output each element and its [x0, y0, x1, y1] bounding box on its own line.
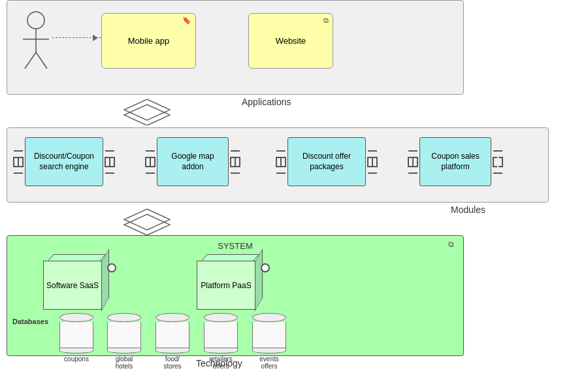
platform-paas-box: Platform PaaS — [197, 261, 255, 310]
db-top-ret — [204, 313, 238, 322]
module1-block: Discount/Couponsearch engine — [12, 137, 116, 186]
mobile-app-box: 🔖 Mobile app — [101, 13, 196, 69]
actor — [20, 10, 52, 69]
website-box: ⧉ Website — [248, 13, 333, 69]
db-label-coupons: coupons — [64, 355, 89, 363]
paas-circle-icon — [261, 263, 270, 272]
db-bottom-ret — [204, 348, 238, 353]
iface-right-1 — [103, 150, 116, 174]
db-label-fs: food/stores — [163, 355, 181, 370]
svg-point-0 — [27, 12, 44, 29]
discount-coupon-label: Discount/Couponsearch engine — [34, 152, 94, 172]
db-top-ev — [252, 313, 286, 322]
db-body-fs — [155, 322, 189, 348]
svg-marker-8 — [124, 214, 170, 235]
actor-svg — [20, 10, 52, 72]
db-bottom-coupons — [59, 348, 93, 353]
website-label: Website — [276, 36, 306, 46]
db-top-gh — [107, 313, 141, 322]
module-tech-connector — [121, 208, 173, 237]
system-copy-icon: ⧉ — [448, 240, 454, 249]
actor-to-mobile-arrow — [52, 37, 101, 39]
technology-layer: SYSTEM ⧉ Software SaaS Platform PaaS — [7, 235, 464, 356]
db-bottom-ev — [252, 348, 286, 353]
db-food-stores: food/stores — [152, 313, 193, 370]
svg-marker-6 — [124, 105, 170, 125]
software-saas-3d: Software SaaS — [43, 261, 102, 310]
db-global-hotels: globalhotels — [104, 313, 144, 370]
iface-right-4 — [491, 150, 504, 174]
google-map-box: Google mapaddon — [157, 137, 229, 186]
software-saas-box: Software SaaS — [43, 261, 102, 310]
platform-paas-wrapper: Platform PaaS — [197, 261, 255, 310]
iface-left-2 — [144, 150, 157, 174]
saas-circle-icon — [107, 263, 116, 272]
svg-line-3 — [25, 52, 36, 69]
applications-layer — [7, 0, 464, 95]
copy-icon: ⧉ — [323, 16, 329, 25]
db-label-gh: globalhotels — [116, 355, 133, 370]
svg-marker-7 — [124, 209, 170, 230]
iface-right-3 — [366, 150, 379, 174]
db-top-coupons — [59, 313, 93, 322]
db-body-coupons — [59, 322, 93, 348]
svg-line-4 — [36, 52, 47, 69]
app-module-connector — [121, 98, 173, 127]
db-events: eventsoffers — [249, 313, 289, 370]
db-label-ev: eventsoffers — [259, 355, 278, 370]
platform-paas-label: Platform PaaS — [201, 281, 251, 290]
google-map-label: Google mapaddon — [171, 152, 214, 172]
software-saas-wrapper: Software SaaS — [43, 261, 102, 310]
coupon-sales-label: Coupon salesplatform — [431, 152, 479, 172]
connector-svg — [121, 98, 173, 125]
iface-left-3 — [274, 150, 287, 174]
mobile-app-label: Mobile app — [128, 36, 170, 46]
bookmark-icon: 🔖 — [182, 16, 191, 25]
applications-label: Applications — [242, 97, 291, 107]
technology-label: Technology — [196, 358, 242, 368]
db-body-gh — [107, 322, 141, 348]
module4-block: Coupon salesplatform — [406, 137, 504, 186]
db-bottom-gh — [107, 348, 141, 353]
connector-svg-2 — [121, 208, 173, 235]
iface-left-4 — [406, 150, 419, 174]
db-body-ev — [252, 322, 286, 348]
databases-label: Databases — [12, 318, 48, 325]
module2-block: Google mapaddon — [144, 137, 242, 186]
iface-right-2 — [229, 150, 242, 174]
db-top-fs — [155, 313, 189, 322]
iface-left-1 — [12, 150, 25, 174]
modules-label: Modules — [451, 204, 485, 215]
system-label: SYSTEM — [7, 241, 463, 251]
discount-offer-label: Discount offerpackages — [302, 152, 351, 172]
coupon-sales-box: Coupon salesplatform — [419, 137, 491, 186]
software-saas-label: Software SaaS — [46, 281, 99, 290]
discount-coupon-box: Discount/Couponsearch engine — [25, 137, 103, 186]
platform-paas-3d: Platform PaaS — [197, 261, 255, 310]
module3-block: Discount offerpackages — [274, 137, 379, 186]
svg-marker-5 — [124, 99, 170, 120]
db-body-ret — [204, 322, 238, 348]
db-bottom-fs — [155, 348, 189, 353]
db-coupons: coupons — [56, 313, 97, 363]
discount-offer-box: Discount offerpackages — [287, 137, 366, 186]
